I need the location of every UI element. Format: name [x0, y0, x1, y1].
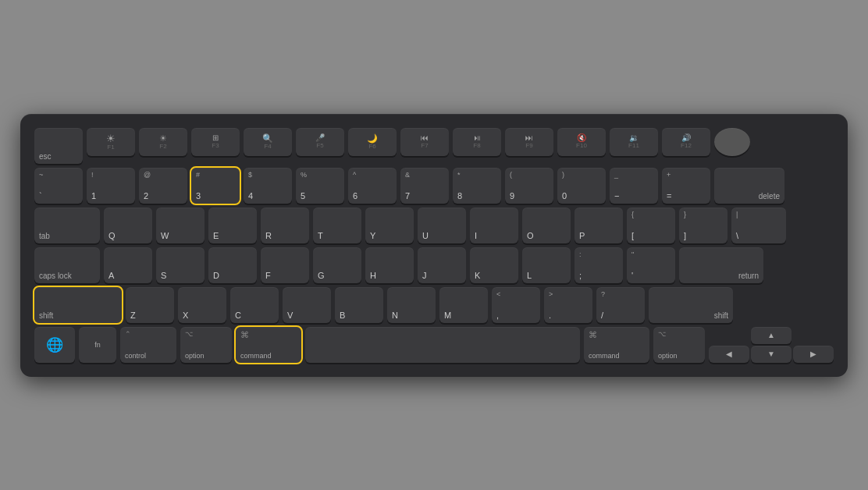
key-command-right[interactable]: ⌘ command: [584, 327, 649, 363]
key-f11[interactable]: 🔉 F11: [610, 128, 658, 156]
key-backtick[interactable]: ~ `: [34, 168, 83, 204]
number-row: ~ ` ! 1 @ 2 # 3 $ 4 % 5 ^ 6 & 7: [34, 168, 834, 204]
key-option-left[interactable]: ⌥ option: [180, 327, 232, 363]
key-c[interactable]: C: [230, 287, 279, 323]
key-4[interactable]: $ 4: [244, 168, 292, 204]
key-a[interactable]: A: [104, 247, 152, 283]
key-1[interactable]: ! 1: [87, 168, 135, 204]
key-y[interactable]: Y: [365, 208, 414, 243]
arrow-bottom-row: ◀ ▼ ▶: [709, 346, 834, 363]
key-arrow-up[interactable]: ▲: [751, 327, 792, 344]
qwerty-row: tab Q W E R T Y U I O P { [ } ] | \: [34, 208, 834, 243]
key-9[interactable]: ( 9: [505, 168, 553, 204]
key-v[interactable]: V: [283, 287, 331, 323]
key-x[interactable]: X: [178, 287, 226, 323]
key-fn[interactable]: fn: [79, 327, 116, 363]
key-rbracket[interactable]: } ]: [679, 208, 727, 243]
key-f9[interactable]: ⏭ F9: [505, 128, 553, 156]
key-z[interactable]: Z: [126, 287, 174, 323]
key-period[interactable]: > .: [544, 287, 592, 323]
key-shift-right[interactable]: shift: [649, 287, 733, 323]
key-s[interactable]: S: [156, 247, 205, 283]
key-e[interactable]: E: [208, 208, 257, 243]
key-f4[interactable]: 🔍 F4: [244, 128, 292, 156]
key-lbracket[interactable]: { [: [627, 208, 675, 243]
key-h[interactable]: H: [365, 247, 414, 283]
key-3[interactable]: # 3: [191, 168, 240, 204]
key-slash[interactable]: ? /: [596, 287, 645, 323]
key-f6[interactable]: 🌙 F6: [348, 128, 397, 156]
key-d[interactable]: D: [208, 247, 257, 283]
key-m[interactable]: M: [439, 287, 488, 323]
asdf-row: caps lock A S D F G H J K L : ; " ' retu…: [34, 247, 834, 283]
key-j[interactable]: J: [418, 247, 466, 283]
arrow-cluster: ▲ ◀ ▼ ▶: [709, 327, 834, 363]
key-7[interactable]: & 7: [400, 168, 449, 204]
key-globe[interactable]: 🌐: [34, 327, 75, 363]
key-8[interactable]: * 8: [453, 168, 501, 204]
key-return[interactable]: return: [679, 247, 763, 283]
key-minus[interactable]: _ −: [610, 168, 658, 204]
key-command-left[interactable]: ⌘ command: [236, 327, 301, 363]
key-n[interactable]: N: [387, 287, 436, 323]
key-comma[interactable]: < ,: [492, 287, 540, 323]
key-f1[interactable]: ☀ F1: [87, 128, 135, 156]
keyboard: esc ☀ F1 ☀ F2 ⊞ F3 🔍 F4 🎤 F5 🌙 F6 ⏮ F7: [20, 114, 848, 377]
key-f3[interactable]: ⊞ F3: [191, 128, 240, 156]
zxcv-row: shift Z X C V B N M < , > . ? / shift: [34, 287, 834, 323]
key-f7[interactable]: ⏮ F7: [400, 128, 449, 156]
bottom-row: 🌐 fn ⌃ control ⌥ option ⌘ command ⌘ comm…: [34, 327, 834, 363]
key-shift-left[interactable]: shift: [34, 287, 122, 323]
key-f2[interactable]: ☀ F2: [139, 128, 187, 156]
fn-row: esc ☀ F1 ☀ F2 ⊞ F3 🔍 F4 🎤 F5 🌙 F6 ⏮ F7: [34, 128, 834, 164]
key-b[interactable]: B: [335, 287, 383, 323]
key-equals[interactable]: + =: [662, 168, 710, 204]
key-u[interactable]: U: [418, 208, 466, 243]
key-k[interactable]: K: [470, 247, 518, 283]
key-arrow-right[interactable]: ▶: [793, 346, 834, 363]
key-quote[interactable]: " ': [627, 247, 675, 283]
key-2[interactable]: @ 2: [139, 168, 187, 204]
key-6[interactable]: ^ 6: [348, 168, 397, 204]
key-esc[interactable]: esc: [34, 128, 83, 164]
key-delete[interactable]: delete: [714, 168, 784, 204]
key-t[interactable]: T: [313, 208, 361, 243]
key-f5[interactable]: 🎤 F5: [296, 128, 344, 156]
key-g[interactable]: G: [313, 247, 361, 283]
key-0[interactable]: ) 0: [557, 168, 606, 204]
key-power[interactable]: [714, 128, 750, 156]
key-i[interactable]: I: [470, 208, 518, 243]
key-option-right[interactable]: ⌥ option: [653, 327, 705, 363]
key-5[interactable]: % 5: [296, 168, 344, 204]
key-arrow-left[interactable]: ◀: [709, 346, 749, 363]
key-space[interactable]: [305, 327, 580, 363]
key-q[interactable]: Q: [104, 208, 152, 243]
key-capslock[interactable]: caps lock: [34, 247, 100, 283]
key-r[interactable]: R: [261, 208, 309, 243]
key-arrow-down[interactable]: ▼: [751, 346, 792, 363]
key-control[interactable]: ⌃ control: [120, 327, 176, 363]
arrow-up-row: ▲: [709, 327, 834, 344]
key-w[interactable]: W: [156, 208, 205, 243]
key-tab[interactable]: tab: [34, 208, 100, 243]
key-f8[interactable]: ⏯ F8: [453, 128, 501, 156]
key-backslash[interactable]: | \: [731, 208, 786, 243]
key-l[interactable]: L: [522, 247, 571, 283]
key-f12[interactable]: 🔊 F12: [662, 128, 710, 156]
key-o[interactable]: O: [522, 208, 571, 243]
key-f[interactable]: F: [261, 247, 309, 283]
key-p[interactable]: P: [575, 208, 623, 243]
key-semicolon[interactable]: : ;: [575, 247, 623, 283]
key-f10[interactable]: 🔇 F10: [557, 128, 606, 156]
